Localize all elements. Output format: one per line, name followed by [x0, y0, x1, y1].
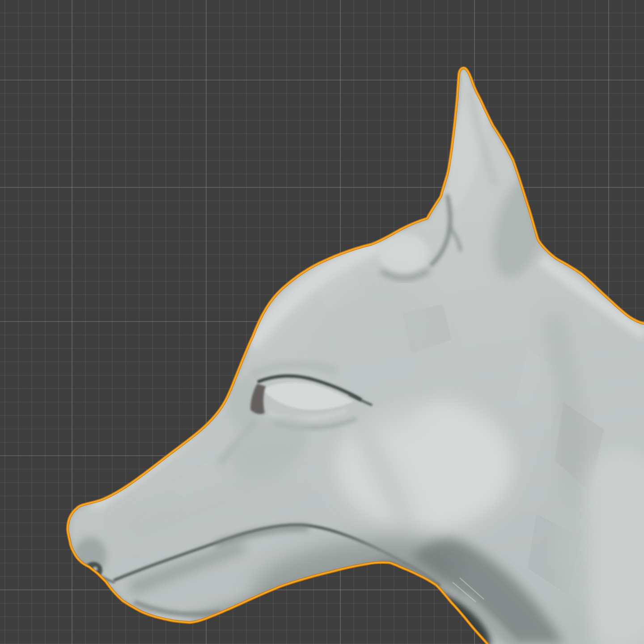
tragus-bump [379, 233, 429, 275]
dog-head-model[interactable] [0, 0, 644, 644]
sculpt-viewport[interactable] [0, 0, 644, 644]
sculpt-surface [0, 0, 644, 644]
